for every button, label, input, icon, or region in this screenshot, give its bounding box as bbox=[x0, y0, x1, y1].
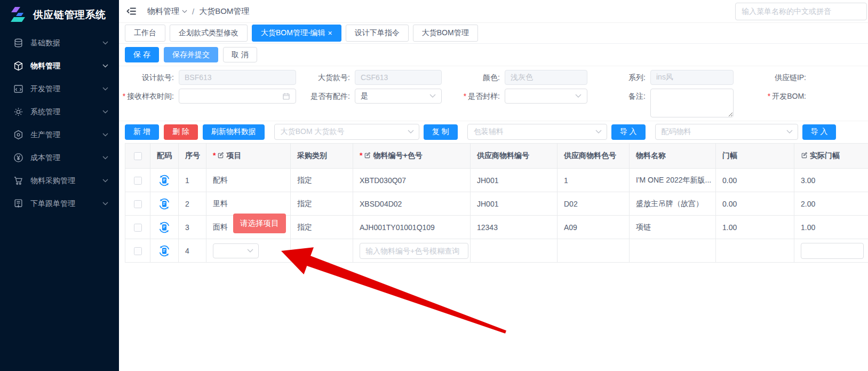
col-supplier-color-code: 供应商物料色号 bbox=[558, 144, 630, 169]
col-seq: 序号 bbox=[179, 144, 206, 169]
sidebar-item-order-tracking-mgmt[interactable]: 下单跟单管理 bbox=[0, 192, 119, 215]
row-checkbox[interactable] bbox=[134, 247, 142, 255]
cell-purchase-type bbox=[291, 239, 353, 263]
sidebar-item-material-mgmt[interactable]: 物料管理 bbox=[0, 54, 119, 77]
cell-door-width bbox=[716, 239, 794, 263]
add-row-button[interactable]: 新 增 bbox=[125, 124, 159, 140]
copy-source-select[interactable]: 大货BOM 大货款号 bbox=[274, 124, 419, 140]
main-content: 物料管理 / 大货BOM管理 工作台 企划款式类型修改 大货BOM管理-编辑 ×… bbox=[119, 0, 868, 371]
col-door-width: 门幅 bbox=[716, 144, 794, 169]
grid-toolbar: 新 增 删 除 刷新物料数据 大货BOM 大货款号 复 制 包装辅料 导 入 配… bbox=[119, 121, 868, 143]
remark-textarea[interactable] bbox=[650, 89, 734, 117]
sidebar-item-label: 成本管理 bbox=[30, 153, 60, 163]
copy-button[interactable]: 复 制 bbox=[424, 124, 458, 140]
is-sealed-sample-label: *是否封样: bbox=[442, 89, 505, 104]
dev-bom-label: *开发BOM: bbox=[734, 89, 811, 104]
chevron-down-icon bbox=[102, 110, 108, 114]
sidebar-item-production-mgmt[interactable]: 生产管理 bbox=[0, 123, 119, 146]
bulk-no-field: CSF613 bbox=[355, 70, 442, 85]
tab-design-order-instruction[interactable]: 设计下单指令 bbox=[346, 25, 409, 42]
package-material-select[interactable]: 包装辅料 bbox=[467, 124, 607, 140]
cell-door-width: 0.00 bbox=[716, 192, 794, 216]
size-code-icon[interactable] bbox=[158, 221, 171, 234]
sidebar-item-dev-mgmt[interactable]: 开发管理 bbox=[0, 77, 119, 100]
has-accessory-select[interactable]: 是 bbox=[355, 89, 442, 104]
chevron-down-icon bbox=[786, 130, 793, 134]
validation-tooltip: 请选择项目 bbox=[233, 214, 286, 233]
import-code-button[interactable]: 导 入 bbox=[802, 124, 837, 140]
row-checkbox[interactable] bbox=[134, 200, 142, 208]
receive-sample-time-datepicker[interactable] bbox=[179, 89, 296, 104]
receive-sample-time-label: *接收样衣时间: bbox=[119, 89, 179, 104]
cell-supplier-color-code: A09 bbox=[558, 216, 630, 239]
package-icon bbox=[13, 61, 23, 71]
is-sealed-sample-select[interactable] bbox=[505, 89, 587, 104]
cell-actual-door-width: 3.00 bbox=[794, 169, 868, 192]
delete-row-button[interactable]: 删 除 bbox=[164, 124, 198, 140]
save-submit-button[interactable]: 保存并提交 bbox=[164, 47, 218, 62]
logo-icon bbox=[10, 6, 27, 23]
refresh-material-button[interactable]: 刷新物料数据 bbox=[203, 124, 265, 140]
color-field: 浅灰色 bbox=[505, 70, 587, 85]
col-item: *项目 bbox=[206, 144, 291, 169]
chevron-down-icon bbox=[247, 249, 253, 253]
breadcrumb-level1[interactable]: 物料管理 bbox=[147, 6, 187, 17]
cell-material-code bbox=[353, 239, 471, 263]
size-code-icon[interactable] bbox=[158, 244, 171, 257]
sidebar-item-purchase-mgmt[interactable]: 物料采购管理 bbox=[0, 169, 119, 192]
required-mark: * bbox=[464, 92, 466, 100]
gear-icon bbox=[13, 107, 23, 117]
bulk-no-label: 大货款号: bbox=[296, 70, 355, 85]
breadcrumb-level2[interactable]: 大货BOM管理 bbox=[199, 6, 249, 17]
select-all-checkbox[interactable] bbox=[134, 152, 142, 160]
close-icon[interactable]: × bbox=[328, 29, 332, 37]
code-window-icon bbox=[13, 84, 23, 94]
cancel-button[interactable]: 取 消 bbox=[223, 47, 257, 62]
cell-purchase-type: 指定 bbox=[291, 216, 353, 239]
chevron-down-icon bbox=[575, 94, 582, 98]
chevron-down-icon bbox=[182, 10, 187, 13]
required-mark: * bbox=[360, 151, 362, 160]
row-checkbox[interactable] bbox=[134, 224, 142, 232]
sidebar-item-cost-mgmt[interactable]: 成本管理 bbox=[0, 146, 119, 169]
code-material-select[interactable]: 配码物料 bbox=[655, 124, 798, 140]
actual-door-width-input[interactable] bbox=[801, 243, 864, 259]
cell-supplier-color-code bbox=[558, 239, 630, 263]
required-mark: * bbox=[123, 92, 125, 100]
tab-bulk-bom-mgmt[interactable]: 大货BOM管理 bbox=[413, 25, 478, 42]
cell-purchase-type: 指定 bbox=[291, 169, 353, 192]
menu-search-input[interactable] bbox=[735, 3, 867, 20]
import-package-button[interactable]: 导 入 bbox=[611, 124, 646, 140]
save-button[interactable]: 保 存 bbox=[125, 47, 159, 62]
col-actual-door-width: 实际门幅 bbox=[794, 144, 868, 169]
material-code-search-input[interactable] bbox=[360, 243, 468, 259]
cell-material-code: AJH001TY01001Q109 bbox=[353, 216, 471, 239]
col-material-name: 物料名称 bbox=[630, 144, 716, 169]
has-accessory-label: 是否有配件: bbox=[296, 89, 355, 104]
item-select[interactable] bbox=[213, 243, 259, 258]
cell-seq: 3 bbox=[179, 216, 206, 239]
menu-fold-icon[interactable] bbox=[125, 5, 138, 18]
cell-supplier-material-code bbox=[471, 239, 558, 263]
cell-door-width: 1.00 bbox=[716, 216, 794, 239]
database-icon bbox=[13, 38, 23, 48]
cell-material-code: XBSD04D02 bbox=[353, 192, 471, 216]
order-doc-icon bbox=[13, 199, 23, 209]
sidebar-item-label: 物料采购管理 bbox=[30, 176, 75, 186]
size-code-icon[interactable] bbox=[158, 198, 171, 210]
cell-material-name: 项链 bbox=[630, 216, 716, 239]
size-code-icon[interactable] bbox=[158, 174, 171, 187]
row-checkbox[interactable] bbox=[134, 177, 142, 185]
series-label: 系列: bbox=[587, 70, 650, 85]
cell-seq: 1 bbox=[179, 169, 206, 192]
tab-plan-style-type-edit[interactable]: 企划款式类型修改 bbox=[170, 25, 248, 42]
sidebar-item-label: 下单跟单管理 bbox=[30, 199, 75, 209]
tab-bulk-bom-edit[interactable]: 大货BOM管理-编辑 × bbox=[252, 25, 341, 42]
tab-workbench[interactable]: 工作台 bbox=[125, 25, 165, 42]
cell-material-name bbox=[630, 239, 716, 263]
col-purchase-type: 采购类别 bbox=[291, 144, 353, 169]
sidebar-item-system-mgmt[interactable]: 系统管理 bbox=[0, 100, 119, 123]
chevron-down-icon bbox=[102, 64, 108, 68]
sidebar-item-base-data[interactable]: 基础数据 bbox=[0, 31, 119, 54]
sidebar-menu: 基础数据 物料管理 开发管理 系统管理 bbox=[0, 29, 119, 215]
